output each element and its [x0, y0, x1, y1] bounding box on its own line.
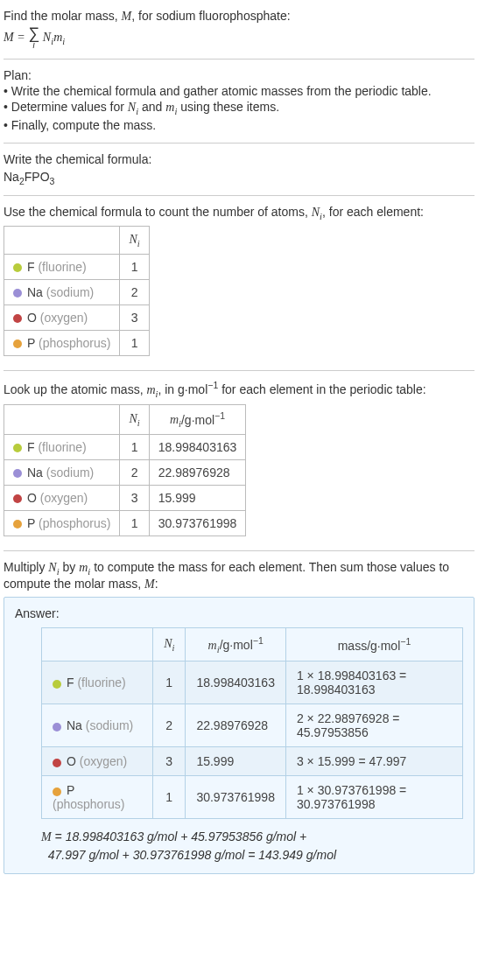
answer-label: Answer: [15, 606, 463, 620]
table-row: O (oxygen)315.9993 × 15.999 = 47.997 [42, 747, 463, 776]
step4-section: Multiply Ni by mi to compute the mass fo… [4, 555, 474, 879]
summation-icon: ∑i [28, 25, 39, 50]
element-symbol: P [27, 336, 35, 350]
plan-bullets: • Write the chemical formula and gather … [4, 84, 474, 132]
formula-m: mi [53, 31, 65, 44]
intro-text: Find the molar mass, [4, 9, 122, 23]
element-swatch [13, 444, 22, 452]
element-name: (fluorine) [38, 260, 86, 274]
element-swatch [13, 494, 22, 503]
divider [4, 143, 474, 144]
step4-title: Multiply Ni by mi to compute the mass fo… [4, 560, 474, 592]
plan-bullet: • Write the chemical formula and gather … [4, 84, 474, 98]
plan-bullet: • Determine values for Ni and mi using t… [4, 100, 474, 116]
element-swatch [13, 469, 22, 478]
table-row: O (oxygen)3 [4, 305, 150, 331]
table-row: Na (sodium)2 [4, 280, 150, 305]
formula-eq: = [14, 31, 28, 44]
n-value: 2 [120, 280, 149, 305]
plan-bullet: • Finally, compute the mass. [4, 118, 474, 132]
chemical-formula: Na2FPO3 [4, 170, 474, 186]
element-swatch [13, 340, 22, 348]
divider [4, 550, 474, 551]
step1-title: Write the chemical formula: [4, 152, 474, 166]
element-name: (sodium) [46, 285, 94, 299]
element-swatch [13, 289, 22, 298]
table-row: F (fluorine)118.9984031631 × 18.99840316… [42, 662, 463, 704]
table-row: Na (sodium)222.989769282 × 22.98976928 =… [42, 704, 463, 747]
element-symbol: F [27, 260, 35, 274]
atom-count-table: Ni F (fluorine)1 Na (sodium)2 O (oxygen)… [4, 226, 150, 356]
table-row: O (oxygen)315.999 [4, 486, 246, 511]
plan-title: Plan: [4, 68, 474, 82]
divider [4, 370, 474, 371]
element-swatch [13, 520, 22, 528]
n-value: 3 [120, 305, 149, 331]
step3-section: Look up the atomic mass, mi, in g·mol−1 … [4, 374, 474, 547]
element-swatch [53, 759, 61, 767]
final-equation: M = 18.998403163 g/mol + 45.97953856 g/m… [41, 828, 463, 864]
divider [4, 195, 474, 196]
element-swatch [53, 788, 61, 796]
step1-section: Write the chemical formula: Na2FPO3 [4, 147, 474, 192]
table-row: F (fluorine)1 [4, 255, 150, 280]
intro-text-end: , for sodium fluorophosphate: [131, 9, 290, 23]
table-row: F (fluorine)118.998403163 [4, 435, 246, 460]
element-swatch [13, 263, 22, 272]
element-symbol: Na [27, 285, 43, 299]
molar-mass-formula: M = ∑i Nimi [4, 25, 474, 50]
formula-lhs: M [4, 31, 14, 44]
element-name: (oxygen) [40, 311, 88, 325]
n-value: 1 [120, 255, 149, 280]
element-symbol: O [27, 311, 37, 325]
step3-title: Look up the atomic mass, mi, in g·mol−1 … [4, 380, 474, 398]
formula-N: Ni [43, 31, 53, 44]
answer-table: Nimi/g·mol−1mass/g·mol−1 F (fluorine)118… [41, 627, 463, 819]
divider [4, 59, 474, 60]
element-name: (phosphorus) [39, 336, 111, 350]
table-row: Na (sodium)222.98976928 [4, 460, 246, 486]
n-value: 1 [120, 331, 149, 356]
element-swatch [53, 723, 61, 732]
element-swatch [13, 314, 22, 323]
element-swatch [53, 680, 61, 689]
answer-box: Answer: Nimi/g·mol−1mass/g·mol−1 F (fluo… [4, 597, 474, 874]
step2-title: Use the chemical formula to count the nu… [4, 205, 474, 221]
atomic-mass-table: Nimi/g·mol−1 F (fluorine)118.998403163 N… [4, 404, 246, 536]
sigma-symbol: ∑ [28, 25, 39, 41]
table-row: P (phosphorus)1 [4, 331, 150, 356]
step2-section: Use the chemical formula to count the nu… [4, 200, 474, 368]
table-row: P (phosphorus)130.973761998 [4, 511, 246, 536]
plan-section: Plan: • Write the chemical formula and g… [4, 63, 474, 139]
table-row: P (phosphorus)130.9737619981 × 30.973761… [42, 776, 463, 819]
sum-index: i [32, 41, 34, 50]
intro-section: Find the molar mass, M, for sodium fluor… [4, 4, 474, 55]
intro-var-m: M [122, 10, 132, 23]
